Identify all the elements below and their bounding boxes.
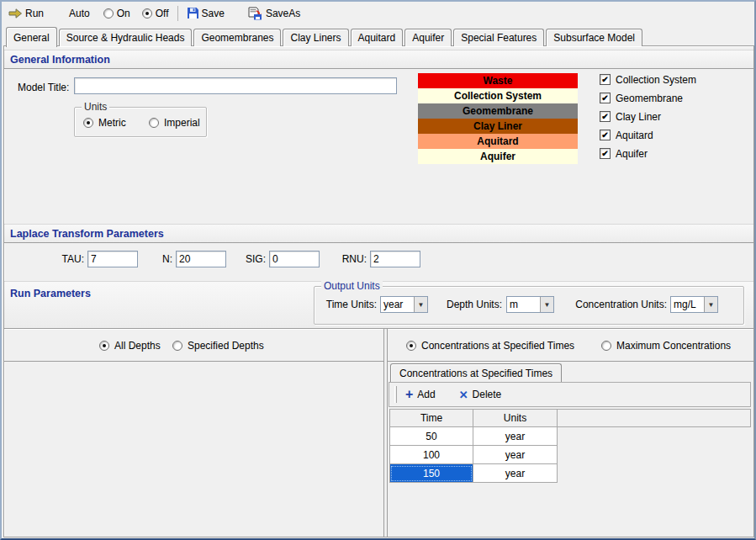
on-radio-circle[interactable] [103,8,114,19]
concentration-units-chevron-down-icon[interactable]: ▼ [704,297,717,312]
times-grid-toolbar: + Add ✕ Delete [389,382,751,407]
aquitard-check-icon[interactable] [600,130,611,140]
main-tabstrip: General Source & Hydraulic Heads Geomemb… [3,26,753,46]
cross-icon: ✕ [459,389,468,400]
time-units-dropdown[interactable]: year ▼ [380,296,428,313]
units-cell[interactable]: year [473,464,558,483]
concentration-units-label: Concentration Units: [563,299,667,310]
tab-subsurface-model[interactable]: Subsurface Model [546,29,642,46]
geomembrane-checkbox[interactable]: Geomembrane [600,93,696,103]
maximum-concentrations-radio-circle[interactable] [601,341,611,351]
main-toolbar: Run Auto On Off Save [2,2,754,24]
delete-label: Delete [473,389,502,400]
all-depths-label: All Depths [114,340,161,352]
sig-input[interactable] [269,251,320,267]
tab-general[interactable]: General [6,27,57,47]
aquitard-checkbox[interactable]: Aquitard [600,130,696,140]
auto-off-radio[interactable]: Off [142,8,169,19]
depth-units-chevron-down-icon[interactable]: ▼ [540,297,553,312]
depth-units-dropdown[interactable]: m ▼ [506,296,554,313]
rnu-input[interactable] [370,251,420,267]
maximum-concentrations-radio[interactable]: Maximum Concentrations [601,340,731,352]
tab-source-hydraulic-heads[interactable]: Source & Hydraulic Heads [59,29,193,46]
toolbar-separator [177,6,178,21]
depth-units-value: m [507,299,540,310]
aquifer-check-icon[interactable] [600,148,611,159]
tab-special-features[interactable]: Special Features [453,29,544,46]
table-row: 150 year [389,464,751,483]
time-cell[interactable]: 50 [389,427,473,446]
all-depths-radio-circle[interactable] [99,341,109,351]
tau-label: TAU: [38,253,84,265]
depths-panel: All Depths Specified Depths [4,329,384,537]
units-groupbox: Units Metric Imperial [74,107,207,137]
save-button[interactable]: Save [187,7,225,19]
tab-geomembranes[interactable]: Geomembranes [193,29,281,46]
tab-aquitard[interactable]: Aquitard [351,29,404,46]
times-table-header-row: Time Units [389,409,751,427]
general-info-header: General Information [4,50,753,69]
metric-radio[interactable]: Metric [83,117,126,129]
specified-depths-radio[interactable]: Specified Depths [172,340,264,352]
run-params-title: Run Parameters [10,288,91,299]
run-label: Run [25,8,44,19]
times-grid-tab[interactable]: Concentrations at Specified Times [390,363,562,382]
clay-liner-checkbox[interactable]: Clay Liner [600,111,696,122]
layer-clay-liner: Clay Liner [418,119,578,134]
save-label: Save [202,8,225,19]
all-depths-radio[interactable]: All Depths [99,340,161,352]
layer-checkbox-list: Collection System Geomembrane Clay Liner… [600,74,696,167]
time-units-chevron-down-icon[interactable]: ▼ [414,297,427,312]
concentrations-specified-times-radio[interactable]: Concentrations at Specified Times [406,340,574,352]
collection-system-check-icon[interactable] [600,74,611,85]
tab-aquifer[interactable]: Aquifer [404,29,452,46]
model-title-input[interactable] [74,77,397,94]
depths-radio-band: All Depths Specified Depths [4,329,383,362]
layer-collection-system: Collection System [418,88,578,103]
specified-depths-radio-circle[interactable] [172,341,182,351]
auto-label: Auto [69,8,90,19]
time-cell-selected[interactable]: 150 [389,464,473,483]
units-column-header[interactable]: Units [473,409,558,427]
n-input[interactable] [176,251,226,267]
aquifer-checkbox[interactable]: Aquifer [600,148,696,159]
clay-liner-check-icon[interactable] [600,111,611,122]
clay-liner-check-label: Clay Liner [616,111,661,123]
saveas-icon [248,7,263,20]
imperial-radio-circle[interactable] [149,118,159,128]
geomembrane-check-label: Geomembrane [616,93,683,104]
sig-label: SIG: [238,253,266,265]
off-radio-circle[interactable] [142,8,152,19]
layer-waste: Waste [418,73,578,88]
app-window: Run Auto On Off Save [0,0,756,540]
on-label: On [117,8,130,19]
tab-clay-liners[interactable]: Clay Liners [283,29,348,46]
geomembrane-check-icon[interactable] [600,93,611,103]
concentrations-radio-band: Concentrations at Specified Times Maximu… [388,329,753,362]
delete-button[interactable]: ✕ Delete [459,389,502,400]
general-tab-page: General Information Model Title: Units M… [3,45,754,537]
toolbar-grip-handle[interactable] [394,386,397,403]
save-icon [187,7,199,19]
concentration-units-dropdown[interactable]: mg/L ▼ [670,296,718,313]
model-title-label: Model Title: [18,82,69,93]
add-button[interactable]: + Add [405,389,436,400]
depth-units-label: Depth Units: [432,299,502,310]
time-cell[interactable]: 100 [389,446,473,464]
metric-radio-circle[interactable] [83,118,93,128]
units-cell[interactable]: year [473,446,558,464]
run-button[interactable]: Run [8,8,44,19]
add-label: Add [417,389,435,400]
units-cell[interactable]: year [473,427,558,446]
table-row: 100 year [389,446,751,464]
tau-input[interactable] [87,251,138,267]
time-units-value: year [381,299,414,310]
filler-column-header [558,409,751,427]
concentrations-specified-times-radio-circle[interactable] [406,341,416,351]
collection-system-checkbox[interactable]: Collection System [600,74,696,85]
time-column-header[interactable]: Time [389,409,473,427]
saveas-button[interactable]: SaveAs [248,7,300,20]
imperial-radio[interactable]: Imperial [149,117,200,129]
output-units-title: Output Units [321,280,383,292]
auto-on-radio[interactable]: On [103,8,130,19]
